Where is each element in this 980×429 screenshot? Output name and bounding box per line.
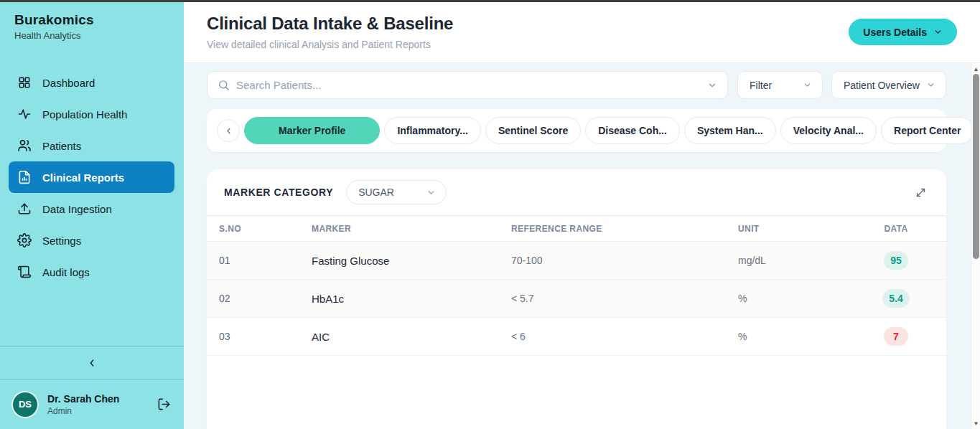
marker-table-card: MARKER CATEGORY SUGAR S.NO MARKER REFERE… <box>207 169 946 429</box>
vertical-scrollbar[interactable]: ▲ ▼ <box>971 63 980 429</box>
page-title: Clinical Data Intake & Baseline <box>207 14 957 34</box>
cell-reference-range: < 6 <box>511 331 738 342</box>
cell-sno: 03 <box>219 331 312 342</box>
sidebar: Burakomics Health Analytics Dashboard Po… <box>0 0 184 429</box>
patients-icon <box>17 138 32 153</box>
cell-marker: Fasting Glucose <box>312 255 511 267</box>
sidebar-collapse-button[interactable] <box>0 346 184 379</box>
sidebar-item-patients[interactable]: Patients <box>0 130 184 161</box>
chevron-left-icon <box>86 357 98 369</box>
sidebar-item-population-health[interactable]: Population Health <box>0 98 184 130</box>
table-row[interactable]: 01 Fasting Glucose 70-100 mg/dL 95 <box>207 242 946 280</box>
tab-report-center[interactable]: Report Center <box>881 117 971 144</box>
chevron-down-icon <box>933 27 943 37</box>
brand: Burakomics Health Analytics <box>0 0 184 47</box>
patient-overview-dropdown[interactable]: Patient Overview <box>831 71 946 99</box>
tab-inflammatory[interactable]: Inflammatory... <box>384 117 481 144</box>
column-header-marker: MARKER <box>312 224 511 234</box>
tab-velocity-analysis[interactable]: Velocity Anal... <box>780 117 877 144</box>
cell-sno: 01 <box>219 255 312 266</box>
cell-data: 5.4 <box>882 289 909 308</box>
sidebar-item-label: Clinical Reports <box>42 171 124 184</box>
tab-disease-cohort[interactable]: Disease Coh... <box>585 117 680 144</box>
logout-icon[interactable] <box>157 397 171 411</box>
cell-data: 7 <box>884 327 908 346</box>
cell-reference-range: < 5.7 <box>511 293 738 304</box>
audit-scroll-icon <box>17 265 32 279</box>
sidebar-item-label: Population Health <box>42 108 127 121</box>
window-top-edge <box>0 0 980 2</box>
avatar: DS <box>11 391 39 418</box>
chevron-down-icon <box>426 188 436 197</box>
sidebar-item-label: Settings <box>42 235 81 247</box>
cell-unit: % <box>738 331 846 342</box>
sidebar-item-settings[interactable]: Settings <box>0 225 184 256</box>
column-header-unit: UNIT <box>738 224 846 234</box>
users-details-label: Users Details <box>863 27 927 38</box>
sidebar-item-label: Patients <box>42 140 81 152</box>
search-icon <box>218 79 230 91</box>
tab-system-handling[interactable]: System Han... <box>684 117 776 144</box>
sidebar-item-label: Audit logs <box>42 266 90 278</box>
sidebar-item-label: Data Ingestion <box>42 203 112 215</box>
user-info: Dr. Sarah Chen Admin <box>47 393 119 416</box>
status-badge: 95 <box>884 251 908 270</box>
marker-card-header: MARKER CATEGORY SUGAR <box>207 169 946 215</box>
table-header-row: S.NO MARKER REFERENCE RANGE UNIT DATA <box>207 215 946 242</box>
sidebar-item-data-ingestion[interactable]: Data Ingestion <box>0 193 184 225</box>
cell-unit: % <box>738 293 846 304</box>
report-tabs: Marker Profile Inflammatory... Sentinel … <box>207 109 946 152</box>
user-profile[interactable]: DS Dr. Sarah Chen Admin <box>0 379 184 429</box>
column-header-sno: S.NO <box>219 224 312 234</box>
dashboard-grid-icon <box>17 75 32 90</box>
scrollbar-thumb[interactable] <box>973 74 979 259</box>
expand-diagonal-icon <box>915 187 927 199</box>
marker-category-select[interactable]: SUGAR <box>346 180 447 204</box>
brand-tagline: Health Analytics <box>14 30 169 41</box>
cell-data: 95 <box>884 251 908 270</box>
tab-marker-profile[interactable]: Marker Profile <box>244 117 380 144</box>
marker-category-label: MARKER CATEGORY <box>224 187 333 198</box>
sidebar-item-label: Dashboard <box>42 77 95 89</box>
page-subtitle: View detailed clinical Analysis and Pati… <box>207 39 957 50</box>
filter-label: Filter <box>750 80 772 91</box>
cell-reference-range: 70-100 <box>511 255 738 266</box>
cell-marker: HbA1c <box>312 293 511 305</box>
sidebar-item-clinical-reports[interactable]: Clinical Reports <box>9 161 174 193</box>
tabs-scroll-left-button[interactable] <box>217 119 240 142</box>
user-role: Admin <box>47 406 119 416</box>
chevron-down-icon <box>926 80 935 90</box>
chevron-left-icon <box>224 126 233 136</box>
main-area: Clinical Data Intake & Baseline View det… <box>184 0 980 429</box>
sidebar-nav: Dashboard Population Health Patients Cli… <box>0 67 184 288</box>
marker-category-value: SUGAR <box>358 187 394 198</box>
table-row[interactable]: 02 HbA1c < 5.7 % 5.4 <box>207 280 946 318</box>
column-header-data: DATA <box>884 224 907 234</box>
page-header: Clinical Data Intake & Baseline View det… <box>184 0 980 63</box>
cell-unit: mg/dL <box>738 255 846 266</box>
brand-name: Burakomics <box>14 12 169 28</box>
table-row[interactable]: 03 AIC < 6 % 7 <box>207 318 946 356</box>
sidebar-item-audit-logs[interactable]: Audit logs <box>0 256 184 288</box>
filter-dropdown[interactable]: Filter <box>737 71 823 99</box>
chevron-down-icon <box>803 80 812 90</box>
status-badge: 5.4 <box>882 289 909 308</box>
users-details-button[interactable]: Users Details <box>849 19 957 45</box>
user-name: Dr. Sarah Chen <box>47 393 119 405</box>
scroll-up-arrow-icon[interactable]: ▲ <box>971 65 980 73</box>
expand-table-button[interactable] <box>912 184 929 201</box>
content-area: Filter Patient Overview Marker Profile I… <box>184 63 971 429</box>
cell-marker: AIC <box>312 331 511 343</box>
patient-search <box>207 71 728 99</box>
column-header-range: REFERENCE RANGE <box>511 224 738 234</box>
chevron-down-icon <box>707 80 717 90</box>
cell-sno: 02 <box>219 293 312 304</box>
patient-overview-label: Patient Overview <box>844 80 920 91</box>
gear-icon <box>17 233 32 248</box>
scroll-down-arrow-icon[interactable]: ▼ <box>971 419 980 428</box>
upload-icon <box>17 202 32 216</box>
search-input[interactable] <box>236 79 701 91</box>
sidebar-item-dashboard[interactable]: Dashboard <box>0 67 184 98</box>
tab-sentinel-score[interactable]: Sentinel Score <box>485 117 581 144</box>
pulse-icon <box>17 107 32 121</box>
